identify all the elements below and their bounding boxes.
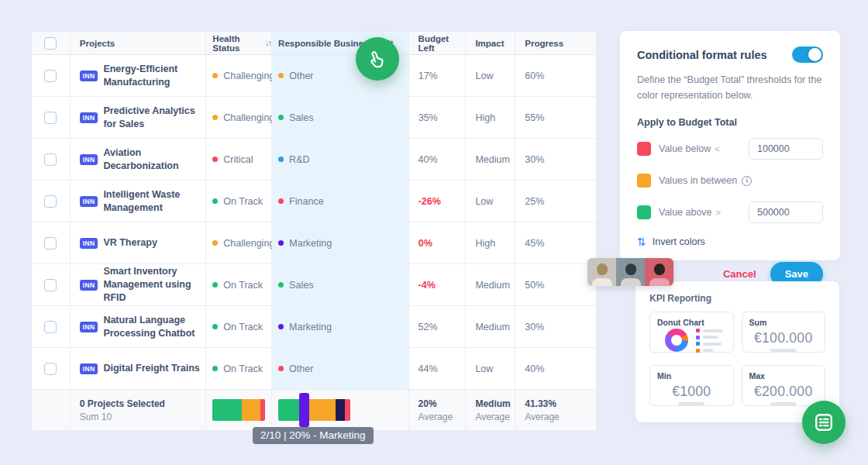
invert-colors-button[interactable]: ⇅ Invert colors	[637, 236, 823, 248]
health-status-stacked-bar[interactable]	[212, 399, 265, 421]
progress-cell[interactable]: 50%	[515, 264, 596, 305]
avatar[interactable]	[587, 258, 616, 286]
budget-left-cell[interactable]: 35%	[409, 97, 467, 138]
project-cell[interactable]: INN Aviation Decarbonization	[71, 139, 207, 180]
budget-left-cell[interactable]: 17%	[409, 55, 467, 96]
avatar[interactable]	[645, 258, 673, 286]
progress-cell[interactable]: 25%	[515, 181, 596, 222]
impact-cell[interactable]: Medium	[466, 306, 515, 347]
business-unit-cell[interactable]: Marketing	[272, 306, 408, 347]
pointer-cursor-badge[interactable]	[356, 37, 399, 81]
health-status-cell[interactable]: On Track	[206, 264, 272, 305]
health-status-cell[interactable]: Challenging	[206, 55, 272, 96]
legend-row	[696, 336, 723, 339]
header-budget-left[interactable]: Budget Left	[409, 32, 467, 54]
min-card[interactable]: Min €1000	[649, 365, 734, 406]
row-checkbox[interactable]	[44, 112, 57, 124]
cancel-button[interactable]: Cancel	[723, 268, 756, 280]
row-checkbox[interactable]	[44, 70, 57, 82]
project-cell[interactable]: INN Predictive Analytics for Sales	[71, 97, 206, 138]
budget-left-cell[interactable]: -26%	[409, 181, 467, 222]
project-cell[interactable]: INN Intelligent Waste Management	[71, 181, 207, 222]
row-checkbox[interactable]	[44, 195, 57, 208]
budget-left-cell[interactable]: 40%	[409, 139, 467, 180]
budget-left-cell[interactable]: 0%	[409, 222, 467, 264]
select-all-checkbox[interactable]	[44, 37, 57, 50]
progress-cell[interactable]: 40%	[515, 348, 596, 389]
red-color-swatch[interactable]	[637, 142, 651, 156]
max-card[interactable]: Max €200.000	[742, 365, 826, 406]
team-avatars[interactable]	[587, 258, 673, 286]
unit-dot	[278, 324, 284, 329]
progress-cell[interactable]: 30%	[515, 306, 596, 347]
budget-left-cell[interactable]: 52%	[409, 306, 467, 347]
status-dot	[212, 324, 218, 329]
health-bar-segment[interactable]	[242, 399, 260, 421]
unit-bar-segment[interactable]	[345, 399, 350, 421]
health-status-cell[interactable]: On Track	[206, 348, 272, 389]
sum-card[interactable]: Sum €100.000	[742, 312, 826, 353]
header-projects[interactable]: Projects	[71, 32, 207, 54]
business-unit-cell[interactable]: Other	[272, 348, 408, 389]
project-cell[interactable]: INN VR Therapy	[71, 222, 206, 264]
business-unit-stacked-bar[interactable]	[278, 399, 350, 421]
impact-cell[interactable]: Low	[466, 55, 515, 96]
health-status-cell[interactable]: On Track	[206, 306, 272, 347]
business-unit-cell[interactable]: Sales	[272, 264, 408, 305]
avatar[interactable]	[616, 258, 645, 286]
value-below-input[interactable]	[749, 138, 823, 160]
orange-color-swatch[interactable]	[637, 174, 651, 188]
table-body: INN Energy-Efficient Manufacturing Chall…	[32, 55, 596, 390]
header-progress[interactable]: Progress	[515, 32, 596, 54]
health-bar-segment[interactable]	[212, 399, 242, 421]
row-checkbox[interactable]	[44, 237, 57, 250]
header-health-status[interactable]: Health Status ↓↑	[206, 32, 272, 54]
unit-bar-segment[interactable]	[336, 399, 345, 421]
business-unit-cell[interactable]: R&D	[272, 139, 408, 180]
unit-bar-segment[interactable]	[278, 399, 299, 421]
report-fab-button[interactable]	[802, 401, 846, 444]
business-unit-cell[interactable]: Marketing	[272, 222, 408, 264]
row-checkbox[interactable]	[44, 279, 57, 291]
progress-cell[interactable]: 45%	[515, 222, 596, 264]
project-cell[interactable]: INN Digital Freight Trains	[71, 348, 207, 389]
health-bar-segment[interactable]	[260, 399, 265, 421]
budget-left-cell[interactable]: -4%	[409, 264, 467, 305]
impact-cell[interactable]: High	[466, 222, 515, 264]
business-unit-label: Finance	[289, 196, 323, 207]
impact-cell[interactable]: Low	[466, 348, 515, 389]
health-status-cell[interactable]: Critical	[206, 139, 272, 180]
impact-cell[interactable]: Medium	[466, 264, 515, 305]
impact-value: Medium	[475, 280, 509, 291]
row-checkbox[interactable]	[44, 153, 57, 166]
row-checkbox[interactable]	[44, 321, 57, 333]
progress-cell[interactable]: 30%	[515, 139, 596, 180]
value-above-input[interactable]	[749, 202, 823, 223]
health-status-cell[interactable]: Challenging	[206, 97, 272, 138]
header-impact[interactable]: Impact	[466, 32, 515, 54]
progress-cell[interactable]: 60%	[515, 55, 596, 96]
project-cell[interactable]: INN Energy-Efficient Manufacturing	[71, 55, 206, 96]
project-cell[interactable]: INN Natural Language Processing Chatbot	[71, 306, 207, 347]
budget-left-cell[interactable]: 44%	[409, 348, 467, 389]
unit-bar-segment[interactable]	[299, 393, 309, 427]
green-color-swatch[interactable]	[637, 205, 651, 219]
health-status-cell[interactable]: Challenging	[206, 222, 272, 264]
donut-chart-card[interactable]: Donut Chart	[649, 312, 734, 353]
health-status-cell[interactable]: On Track	[206, 181, 272, 222]
row-checkbox[interactable]	[44, 363, 57, 375]
progress-cell[interactable]: 55%	[515, 97, 596, 138]
info-icon[interactable]: i	[742, 176, 752, 186]
project-cell[interactable]: INN Smart Inventory Management using RFI…	[71, 264, 207, 305]
budget-left-value: 40%	[418, 154, 438, 165]
panel-title: Conditional format rules	[637, 49, 767, 61]
rules-toggle[interactable]	[792, 46, 823, 63]
impact-cell[interactable]: Low	[466, 181, 515, 222]
business-unit-cell[interactable]: Finance	[272, 181, 408, 222]
impact-cell[interactable]: High	[466, 97, 515, 138]
legend-row	[696, 329, 723, 332]
impact-cell[interactable]: Medium	[466, 139, 515, 180]
unit-bar-segment[interactable]	[309, 399, 336, 421]
sort-icons[interactable]: ↓↑	[265, 39, 271, 47]
business-unit-cell[interactable]: Sales	[272, 97, 408, 138]
